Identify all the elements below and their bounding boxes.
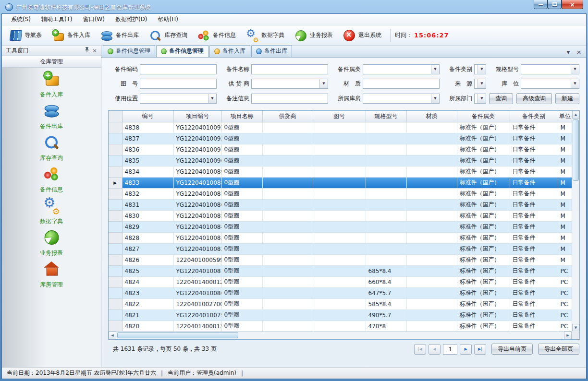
column-header-type[interactable]: 备件类别 [510,111,558,122]
chevron-down-icon[interactable]: ▼ [571,79,579,88]
grid-cell[interactable] [406,232,457,243]
grid-cell[interactable]: YG12204010083 [173,232,221,243]
column-header-project-name[interactable]: 项目名称 [221,111,262,122]
grid-cell[interactable]: YG12204010087 [173,188,221,199]
grid-cell[interactable] [313,232,366,243]
table-row[interactable]: 482612204010005990型圈标准件（国产）日常备件M [109,254,572,265]
pin-icon[interactable] [83,47,91,55]
grid-cell[interactable]: M [558,232,572,243]
grid-cell[interactable]: 0型圈 [221,298,262,310]
grid-cell[interactable]: YG12204010084 [173,221,221,232]
parts-name-input[interactable] [251,64,328,74]
grid-cell[interactable]: 标准件（国产） [457,232,510,243]
chevron-down-icon[interactable]: ▼ [431,65,439,74]
column-header-material[interactable]: 材质 [406,111,457,122]
storage-location-select[interactable]: ▼ [521,79,579,89]
sidebar-item-parts-out[interactable]: 备件出库 [2,102,101,134]
grid-cell[interactable]: 日常备件 [510,133,558,144]
grid-cell[interactable] [406,122,457,133]
table-row[interactable]: 4837YG122040100920型圈标准件（国产）日常备件M [109,133,572,144]
table-row[interactable]: 4836YG122040100910型圈标准件（国产）日常备件M [109,144,572,155]
grid-cell[interactable] [262,321,313,332]
export-all-pages-button[interactable]: 导出全部页 [538,344,579,355]
grid-cell[interactable] [262,254,313,265]
toolbar-inventory-query-button[interactable]: 库存查询 [145,27,192,44]
column-header-spec[interactable]: 规格型号 [366,111,406,122]
column-header-drawing-no[interactable]: 图号 [313,111,366,122]
grid-cell[interactable]: 日常备件 [510,155,558,166]
grid-cell[interactable]: 4831 [122,199,173,210]
grid-cell[interactable]: 0型圈 [221,265,262,276]
grid-cell[interactable]: YG12204010081 [173,265,221,276]
grid-cell[interactable]: 标准件（国产） [457,310,510,321]
table-row[interactable]: 4830YG122040100850型圈标准件（国产）日常备件M [109,210,572,221]
table-row[interactable]: 482212204010027000型圈585*8.4标准件（国产）日常备件PC [109,298,572,310]
grid-cell[interactable]: 0型圈 [221,287,262,298]
grid-cell[interactable]: YG12204010093 [173,122,221,133]
column-header-code[interactable]: 编号 [122,111,173,122]
sidebar-item-parts-info[interactable]: 备件信息 [2,166,101,197]
grid-cell[interactable] [406,298,457,310]
table-row[interactable]: 4834YG122040100890型圈标准件（国产）日常备件M [109,166,572,177]
grid-cell[interactable] [406,144,457,155]
grid-cell[interactable]: M [558,210,572,221]
grid-cell[interactable] [313,310,366,321]
grid-cell[interactable]: 日常备件 [510,276,558,287]
grid-cell[interactable]: 0型圈 [221,276,262,287]
chevron-down-icon[interactable]: ▼ [571,65,579,74]
grid-cell[interactable]: 0型圈 [221,144,262,155]
column-header-unit[interactable]: 单位 [558,111,572,122]
chevron-down-icon[interactable]: ▼ [208,94,216,103]
sidebar-close-icon[interactable]: × [91,47,98,55]
tab-parts-info-mgmt-2[interactable]: 备件信息管理 [156,45,208,57]
table-row[interactable]: 482412204014000120型圈660*8.4标准件（国产）日常备件PC [109,276,572,287]
grid-cell[interactable]: 日常备件 [510,177,558,188]
scroll-down-icon[interactable]: ▼ [572,324,579,332]
grid-cell[interactable] [262,210,313,221]
remark-input[interactable] [251,94,328,104]
grid-cell[interactable]: M [558,144,572,155]
grid-cell[interactable]: 日常备件 [510,232,558,243]
grid-cell[interactable]: 4827 [122,243,173,254]
scroll-right-icon[interactable]: ▶ [564,332,572,339]
grid-cell[interactable] [262,232,313,243]
drawing-no-input[interactable] [140,79,217,89]
grid-cell[interactable] [262,199,313,210]
table-row[interactable]: 4821YG122040100790型圈490*5.7标准件（国产）日常备件PC [109,310,572,321]
grid-cell[interactable] [262,122,313,133]
h-scroll-thumb[interactable] [117,332,238,338]
grid-cell[interactable] [313,199,366,210]
grid-cell[interactable] [313,276,366,287]
grid-cell[interactable] [262,276,313,287]
query-button[interactable]: 查询 [489,93,513,104]
grid-cell[interactable] [313,254,366,265]
toolbar-exit-system-button[interactable]: 退出系统 [339,27,386,44]
grid-cell[interactable] [262,188,313,199]
prev-page-button[interactable]: ◀ [429,344,441,355]
spec-model-select[interactable]: ▼ [521,64,579,74]
menu-window[interactable]: 窗口(W) [78,14,110,25]
grid-cell[interactable]: 4820 [122,321,173,332]
grid-cell[interactable]: 日常备件 [510,166,558,177]
grid-cell[interactable] [406,133,457,144]
grid-cell[interactable]: YG12204010080 [173,287,221,298]
next-page-button[interactable]: ▶ [460,344,472,355]
grid-cell[interactable]: 660*8.4 [366,276,406,287]
grid-cell[interactable]: 4837 [122,133,173,144]
grid-cell[interactable] [406,265,457,276]
grid-cell[interactable] [313,155,366,166]
grid-cell[interactable]: M [558,122,572,133]
column-header-project-code[interactable]: 项目编号 [173,111,221,122]
table-row[interactable]: 4835YG122040100900型圈标准件（国产）日常备件M [109,155,572,166]
grid-cell[interactable]: 0型圈 [221,310,262,321]
grid-cell[interactable]: M [558,166,572,177]
grid-cell[interactable] [313,298,366,310]
grid-cell[interactable] [406,166,457,177]
grid-cell[interactable] [406,243,457,254]
grid-cell[interactable] [313,133,366,144]
grid-cell[interactable]: 0型圈 [221,210,262,221]
grid-cell[interactable] [406,199,457,210]
grid-cell[interactable] [262,298,313,310]
grid-cell[interactable]: 标准件（国产） [457,243,510,254]
tab-parts-info-mgmt-1[interactable]: 备件信息管理 [103,45,155,57]
